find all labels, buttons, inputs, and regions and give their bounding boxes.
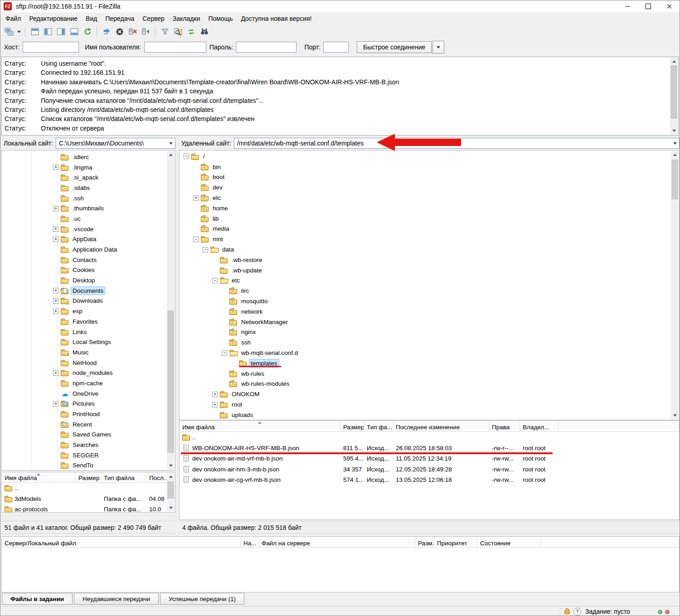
tree-item-cookies[interactable]: Cookies bbox=[2, 265, 175, 276]
column-header-владел[interactable]: Владел... bbox=[520, 421, 559, 432]
tree-item-esp[interactable]: +esp bbox=[2, 306, 175, 316]
tree-item-searches[interactable]: Searches bbox=[2, 440, 175, 450]
tree-item-idlerc[interactable]: .idlerc bbox=[2, 152, 175, 162]
maximize-button[interactable] bbox=[638, 0, 659, 12]
tree-item-segger[interactable]: SEGGER bbox=[2, 450, 175, 461]
file-row-dev-onokom-air-hm-3-mb-b-json[interactable]: dev onokom-air-hm-3-mb-b.json34 357Исход… bbox=[180, 464, 679, 475]
find-files-button[interactable] bbox=[198, 26, 210, 38]
menu-передача[interactable]: Передача bbox=[101, 13, 138, 24]
scrollbar-track[interactable] bbox=[670, 65, 678, 127]
menu-помощь[interactable]: Помощь bbox=[204, 13, 237, 24]
file-row-parent-dir[interactable]: .. bbox=[180, 432, 679, 443]
expand-icon[interactable]: + bbox=[212, 402, 220, 407]
file-row-dev-onokom-air-cg-vrf-mb-b-json[interactable]: dev onokom-air-cg-vrf-mb-b.json574 1...И… bbox=[180, 475, 679, 485]
close-button[interactable] bbox=[659, 0, 680, 12]
tree-item-downloads[interactable]: +↓Downloads bbox=[2, 296, 175, 306]
toggle-remote-tree-button[interactable] bbox=[55, 26, 67, 38]
remote-tree-scrollbar[interactable] bbox=[671, 151, 679, 419]
expand-icon[interactable]: + bbox=[53, 309, 61, 314]
tree-item-wb-rules-modules[interactable]: ?wb-rules-modules bbox=[180, 379, 679, 389]
tree-item-wb-mqtt-serial-conf-d[interactable]: −wb-mqtt-serial.conf.d bbox=[180, 348, 679, 358]
tree-item-home[interactable]: ?home bbox=[180, 203, 679, 213]
column-header-файл-на-сервере[interactable]: Файл на сервере bbox=[259, 537, 415, 548]
column-header-размер[interactable]: Размер bbox=[340, 421, 364, 432]
scroll-down-button[interactable] bbox=[167, 504, 175, 512]
file-row-3dmodels[interactable]: 3dModelsПапка с фа...04.08 bbox=[2, 494, 175, 504]
scroll-down-button[interactable] bbox=[670, 127, 678, 135]
column-header-размер[interactable]: Размер bbox=[76, 472, 101, 482]
tree-item-wb-restore[interactable]: .wb-restore bbox=[180, 255, 679, 265]
chevron-down-icon[interactable] bbox=[671, 138, 679, 148]
tree-item-etc[interactable]: +?etc bbox=[180, 193, 679, 203]
tree-item-ssh[interactable]: .ssh bbox=[2, 193, 175, 204]
menu-закладки[interactable]: Закладки bbox=[169, 13, 204, 24]
collapse-icon[interactable]: − bbox=[212, 278, 220, 283]
scroll-up-button[interactable] bbox=[167, 151, 175, 159]
directory-comparison-button[interactable] bbox=[172, 26, 184, 38]
tree-item-mnt[interactable]: −mnt bbox=[180, 234, 679, 244]
local-path-combobox[interactable]: C:\Users\Михаил\Documents\ bbox=[56, 138, 175, 149]
expand-icon[interactable]: + bbox=[53, 370, 61, 376]
expand-icon[interactable]: + bbox=[53, 298, 61, 304]
expand-icon[interactable]: + bbox=[193, 195, 201, 201]
menu-вид[interactable]: Вид bbox=[82, 13, 101, 24]
toggle-message-log-button[interactable] bbox=[29, 26, 41, 38]
help-icon[interactable]: ? bbox=[573, 608, 581, 616]
tree-item-onokom[interactable]: +ONOKOM bbox=[180, 389, 679, 399]
tree-item-uploads[interactable]: uploads bbox=[180, 410, 679, 420]
column-header-на[interactable]: На... bbox=[241, 537, 259, 548]
tree-item-appdata[interactable]: +AppData bbox=[2, 234, 175, 245]
tree-item-nethood[interactable]: NetHood bbox=[2, 358, 175, 368]
column-header-сервер-локальный-файл[interactable]: Сервер/Локальный файл bbox=[2, 537, 241, 548]
disconnect-button[interactable] bbox=[126, 26, 139, 38]
tree-item-saved-games[interactable]: Saved Games bbox=[2, 430, 175, 440]
site-manager-dropdown-button[interactable] bbox=[15, 26, 22, 38]
tree-item-npm-cache[interactable]: npm-cache bbox=[2, 378, 175, 388]
tree-item-sendto[interactable]: SendTo bbox=[2, 461, 175, 470]
queue-tab-успешные-передачи-1[interactable]: Успешные передачи (1) bbox=[160, 593, 244, 605]
tree-item-pictures[interactable]: +Pictures bbox=[2, 399, 175, 409]
tree-item-nginx[interactable]: ?nginx bbox=[180, 327, 679, 338]
tree-item-silabs[interactable]: .silabs bbox=[2, 183, 175, 193]
tree-item-node-modules[interactable]: +node_modules bbox=[2, 368, 175, 378]
quickconnect-button[interactable]: Быстрое соединение bbox=[357, 41, 432, 53]
queue-tab-неудавшиеся-передачи[interactable]: Неудавшиеся передачи bbox=[74, 593, 159, 605]
tree-item-lingma[interactable]: +.lingma bbox=[2, 162, 175, 173]
scrollbar-thumb[interactable] bbox=[670, 65, 677, 119]
process-queue-button[interactable] bbox=[100, 26, 112, 38]
expand-icon[interactable]: + bbox=[212, 392, 220, 397]
tree-item-desktop[interactable]: Desktop bbox=[2, 275, 175, 286]
log-scrollbar[interactable] bbox=[670, 58, 678, 135]
collapse-icon[interactable]: − bbox=[203, 247, 210, 252]
tree-item-etc[interactable]: −etc bbox=[180, 276, 679, 286]
tree-item-item[interactable]: −/ bbox=[180, 151, 679, 162]
collapse-icon[interactable]: − bbox=[184, 154, 191, 159]
column-header-последнее-изменение[interactable]: Последнее изменение bbox=[393, 421, 489, 432]
tree-item-uc[interactable]: .uc bbox=[2, 213, 175, 224]
tree-item-bin[interactable]: ?bin bbox=[180, 162, 679, 172]
tree-item-ssh[interactable]: ?ssh bbox=[180, 337, 679, 348]
menu-редактирование[interactable]: Редактирование bbox=[25, 13, 82, 24]
reconnect-button[interactable] bbox=[140, 26, 152, 38]
tree-item-application-data[interactable]: Application Data bbox=[2, 244, 175, 255]
remote-path-combobox[interactable]: /mnt/data/etc/wb-mqtt-serial.conf.d/temp… bbox=[234, 138, 680, 149]
expand-icon[interactable]: + bbox=[53, 237, 61, 242]
scroll-up-button[interactable] bbox=[670, 58, 678, 65]
tree-item-vscode[interactable]: +.vscode bbox=[2, 224, 175, 234]
collapse-icon[interactable]: − bbox=[222, 350, 229, 356]
quickconnect-dropdown-button[interactable] bbox=[432, 41, 444, 53]
scrollbar-track[interactable] bbox=[671, 159, 679, 412]
password-input[interactable] bbox=[236, 42, 296, 53]
tree-item-links[interactable]: Links bbox=[2, 327, 175, 337]
scroll-up-button[interactable] bbox=[671, 151, 679, 159]
username-input[interactable] bbox=[144, 42, 206, 53]
tree-item-onedrive[interactable]: ☁OneDrive bbox=[2, 388, 175, 399]
port-input[interactable] bbox=[323, 42, 349, 53]
column-header-тип-фа[interactable]: Тип фа... bbox=[364, 421, 393, 432]
filter-button[interactable] bbox=[159, 26, 171, 38]
scrollbar-thumb[interactable] bbox=[167, 310, 174, 453]
scrollbar-track[interactable] bbox=[167, 480, 175, 504]
tree-item-templates[interactable]: templates bbox=[180, 358, 679, 369]
scroll-down-button[interactable] bbox=[671, 412, 679, 419]
tree-item-networkmanager[interactable]: ?NetworkManager bbox=[180, 317, 679, 327]
